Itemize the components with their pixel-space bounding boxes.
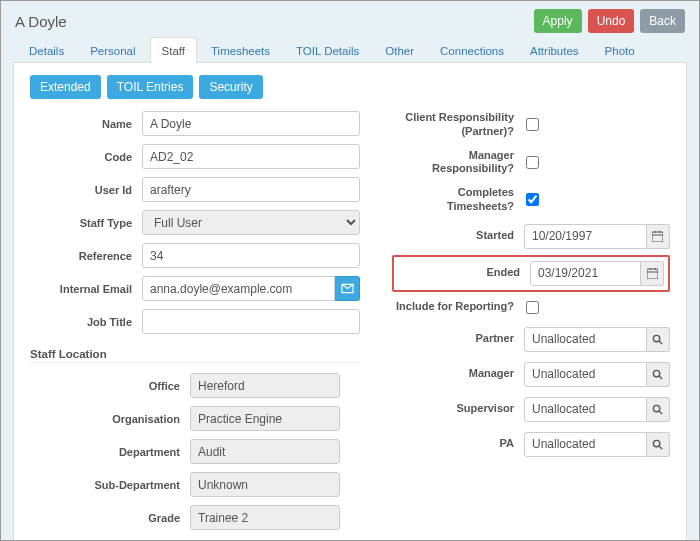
label-internal-email: Internal Email bbox=[30, 283, 142, 295]
staff-panel: Extended TOIL Entries Security Name Code… bbox=[13, 62, 687, 541]
grade-input bbox=[190, 505, 340, 530]
search-icon[interactable] bbox=[647, 432, 670, 457]
svg-rect-0 bbox=[652, 232, 663, 242]
page-title: A Doyle bbox=[15, 13, 528, 30]
label-sub-department: Sub-Department bbox=[30, 479, 190, 491]
label-ended: Ended bbox=[398, 266, 530, 280]
label-completes-ts: Completes Timesheets? bbox=[392, 186, 524, 214]
pa-input[interactable] bbox=[524, 432, 647, 457]
ended-input[interactable] bbox=[530, 261, 641, 286]
search-icon[interactable] bbox=[647, 362, 670, 387]
main-tabs: Details Personal Staff Timesheets TOIL D… bbox=[1, 37, 699, 63]
staff-type-select[interactable]: Full User bbox=[142, 210, 360, 235]
label-client-resp: Client Responsibility (Partner)? bbox=[392, 111, 524, 139]
label-name: Name bbox=[30, 118, 142, 130]
department-input bbox=[190, 439, 340, 464]
started-input[interactable] bbox=[524, 224, 647, 249]
back-button[interactable]: Back bbox=[640, 9, 685, 33]
reference-input[interactable] bbox=[142, 243, 360, 268]
calendar-icon[interactable] bbox=[647, 224, 670, 249]
user-id-input[interactable] bbox=[142, 177, 360, 202]
internal-email-input[interactable] bbox=[142, 276, 335, 301]
label-manager-resp: Manager Responsibility? bbox=[392, 149, 524, 177]
label-organisation: Organisation bbox=[30, 413, 190, 425]
search-icon[interactable] bbox=[647, 397, 670, 422]
svg-line-11 bbox=[660, 376, 663, 379]
tab-photo[interactable]: Photo bbox=[593, 37, 647, 63]
left-column: Name Code User Id Staff Type Full User bbox=[30, 111, 360, 541]
sub-tab-row: Extended TOIL Entries Security bbox=[30, 75, 670, 99]
subtab-security[interactable]: Security bbox=[199, 75, 262, 99]
svg-line-13 bbox=[660, 411, 663, 414]
tab-details[interactable]: Details bbox=[17, 37, 76, 63]
tab-staff[interactable]: Staff bbox=[150, 37, 197, 63]
subtab-toil-entries[interactable]: TOIL Entries bbox=[107, 75, 194, 99]
tab-personal[interactable]: Personal bbox=[78, 37, 147, 63]
svg-point-12 bbox=[654, 405, 660, 411]
tab-other[interactable]: Other bbox=[373, 37, 426, 63]
svg-point-8 bbox=[654, 335, 660, 341]
label-started: Started bbox=[392, 229, 524, 243]
include-reporting-checkbox[interactable] bbox=[526, 301, 539, 314]
apply-button[interactable]: Apply bbox=[534, 9, 582, 33]
label-pa: PA bbox=[392, 437, 524, 451]
partner-input[interactable] bbox=[524, 327, 647, 352]
sub-department-input bbox=[190, 472, 340, 497]
svg-line-15 bbox=[660, 446, 663, 449]
label-user-id: User Id bbox=[30, 184, 142, 196]
subtab-extended[interactable]: Extended bbox=[30, 75, 101, 99]
manager-resp-checkbox[interactable] bbox=[526, 156, 539, 169]
organisation-input bbox=[190, 406, 340, 431]
job-title-input[interactable] bbox=[142, 309, 360, 334]
undo-button[interactable]: Undo bbox=[588, 9, 635, 33]
svg-rect-4 bbox=[647, 269, 658, 279]
label-reference: Reference bbox=[30, 250, 142, 262]
manager-input[interactable] bbox=[524, 362, 647, 387]
label-job-title: Job Title bbox=[30, 316, 142, 328]
office-input bbox=[190, 373, 340, 398]
staff-location-header: Staff Location bbox=[30, 342, 360, 363]
supervisor-input[interactable] bbox=[524, 397, 647, 422]
name-input[interactable] bbox=[142, 111, 360, 136]
label-code: Code bbox=[30, 151, 142, 163]
label-department: Department bbox=[30, 446, 190, 458]
label-supervisor: Supervisor bbox=[392, 402, 524, 416]
client-resp-checkbox[interactable] bbox=[526, 118, 539, 131]
label-staff-type: Staff Type bbox=[30, 217, 142, 229]
search-icon[interactable] bbox=[647, 327, 670, 352]
ended-highlight: Ended bbox=[392, 255, 670, 292]
page-header: A Doyle Apply Undo Back bbox=[1, 1, 699, 37]
svg-point-14 bbox=[654, 440, 660, 446]
svg-line-9 bbox=[660, 341, 663, 344]
calendar-icon[interactable] bbox=[641, 261, 664, 286]
completes-ts-checkbox[interactable] bbox=[526, 193, 539, 206]
tab-toil-details[interactable]: TOIL Details bbox=[284, 37, 371, 63]
label-office: Office bbox=[30, 380, 190, 392]
label-grade: Grade bbox=[30, 512, 190, 524]
label-include-reporting: Include for Reporting? bbox=[392, 300, 524, 314]
tab-timesheets[interactable]: Timesheets bbox=[199, 37, 282, 63]
right-column: Client Responsibility (Partner)? Manager… bbox=[392, 111, 670, 541]
code-input[interactable] bbox=[142, 144, 360, 169]
label-manager: Manager bbox=[392, 367, 524, 381]
label-partner: Partner bbox=[392, 332, 524, 346]
email-icon[interactable] bbox=[335, 276, 360, 301]
tab-connections[interactable]: Connections bbox=[428, 37, 516, 63]
svg-point-10 bbox=[654, 370, 660, 376]
tab-attributes[interactable]: Attributes bbox=[518, 37, 591, 63]
